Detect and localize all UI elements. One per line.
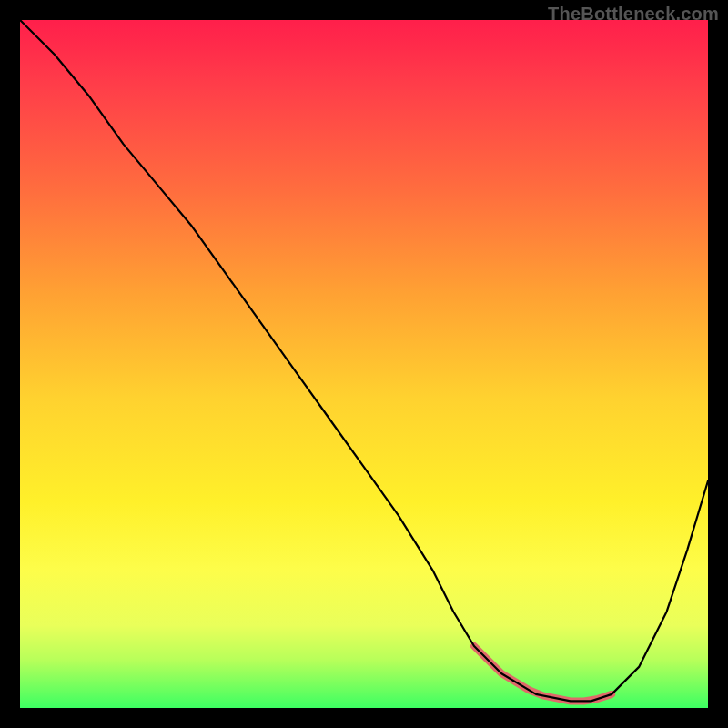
watermark-text: TheBottleneck.com <box>548 4 719 25</box>
trough-highlight <box>474 646 612 701</box>
chart-frame: TheBottleneck.com <box>0 0 728 728</box>
bottleneck-curve <box>20 20 708 708</box>
plot-boundary <box>20 20 708 708</box>
curve-line <box>20 20 708 701</box>
